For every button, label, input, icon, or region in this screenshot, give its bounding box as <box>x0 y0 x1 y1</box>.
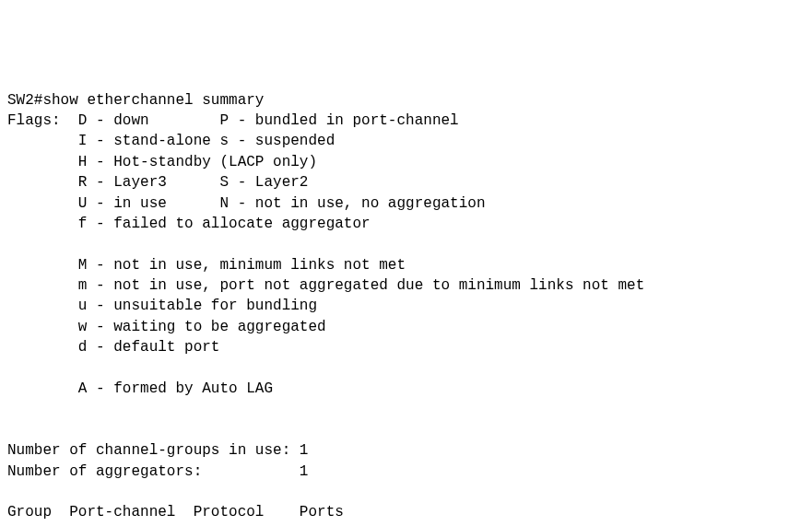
summary-label: Number of channel-groups in use: <box>7 442 300 459</box>
flag-def-line: I - stand-alone s - suspended <box>78 133 335 149</box>
flag-def-line: D - down P - bundled in port-channel <box>78 112 459 129</box>
flag-def-line: A - formed by Auto LAG <box>78 380 273 397</box>
flag-def-line: M - not in use, minimum links not met <box>78 257 406 274</box>
flag-def-line: u - unsuitable for bundling <box>78 298 317 314</box>
command-text: show etherchannel summary <box>42 92 264 109</box>
flag-def-line: R - Layer3 S - Layer2 <box>78 174 309 191</box>
flag-def-line: f - failed to allocate aggregator <box>78 216 371 232</box>
flags-header: Flags: <box>7 112 78 129</box>
summary-value: 1 <box>300 463 309 480</box>
flag-def-line: w - waiting to be aggregated <box>78 319 326 335</box>
summary-value: 1 <box>300 442 309 459</box>
summary-label: Number of aggregators: <box>7 463 300 480</box>
flag-def-line: U - in use N - not in use, no aggregatio… <box>78 195 486 212</box>
flag-def-line: H - Hot-standby (LACP only) <box>78 154 317 170</box>
table-header: Group Port-channel Protocol Ports <box>7 504 344 520</box>
prompt: SW2# <box>7 92 42 109</box>
terminal-output: SW2#show etherchannel summary Flags: D -… <box>7 90 805 526</box>
flag-def-line: d - default port <box>78 339 220 356</box>
flag-def-line: m - not in use, port not aggregated due … <box>78 277 645 294</box>
